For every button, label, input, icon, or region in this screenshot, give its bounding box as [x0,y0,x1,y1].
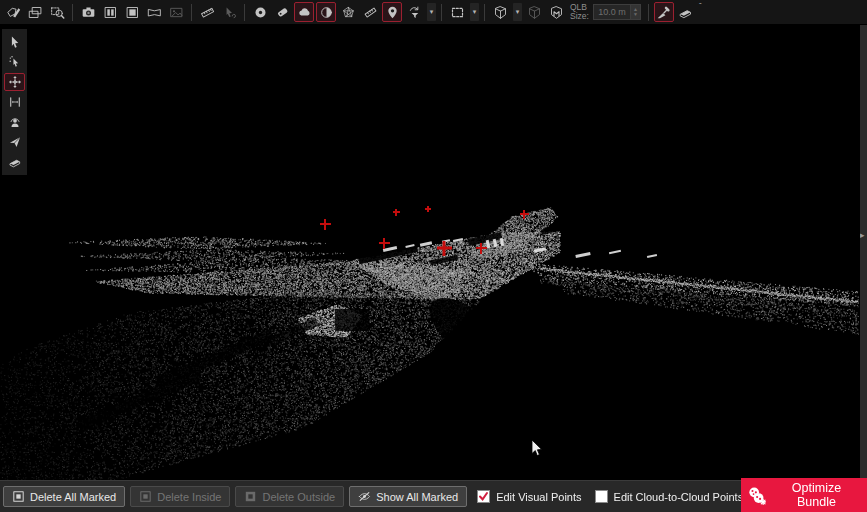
qlb-size-label: QLBSize: [570,3,589,22]
edit-cloud-to-cloud-label: Edit Cloud-to-Cloud Points [614,491,744,503]
eraser-3d-icon[interactable] [676,2,696,22]
bottom-toolbar: Delete All Marked Delete Inside Delete O… [0,480,867,512]
point-cloud-canvas[interactable] [0,24,867,480]
marquee-select-icon-dropdown[interactable]: ▾ [470,3,479,21]
disc-icon[interactable] [250,2,270,22]
toolbar-group [197,2,239,22]
bounding-box-icon-dropdown[interactable]: ▾ [513,3,522,21]
expand-panel-icon[interactable]: ▸ [860,230,865,240]
cursor-query-icon[interactable] [219,2,239,22]
optimize-bundle-label: Optimize Bundle [772,481,861,509]
delete-marked-icon [12,490,25,503]
delete-inside-label: Delete Inside [157,491,221,503]
optimize-bundle-button[interactable]: Optimize Bundle [741,478,867,512]
delete-all-marked-label: Delete All Marked [30,491,116,503]
box-m-icon[interactable] [546,2,566,22]
cascade-windows-icon[interactable] [25,2,45,22]
box-dim-icon[interactable] [524,2,544,22]
location-pin-icon[interactable] [382,2,402,22]
toolbar-group: ˇ [654,2,702,22]
tie-point-marker[interactable] [520,210,529,219]
edit-visual-points-label: Edit Visual Points [496,491,581,503]
point-cloud-viewport[interactable] [0,24,867,480]
checkbox-box[interactable] [477,490,490,503]
mouse-cursor [531,439,543,457]
panorama-icon[interactable] [144,2,164,22]
delete-outside-button[interactable]: Delete Outside [235,486,344,507]
tie-point-marker[interactable] [437,241,452,256]
eraser-3d-icon-caret[interactable]: ˇ [699,2,702,10]
wireframe-star-icon[interactable] [338,2,358,22]
measure-icon[interactable] [197,2,217,22]
zoom-region-icon[interactable] [47,2,67,22]
qlb-size-spinner[interactable]: ▲▼ [631,4,641,20]
select-cursor-icon[interactable] [4,33,25,51]
tag-icon[interactable] [272,2,292,22]
split-view-icon[interactable] [100,2,120,22]
rotate-filter-icon[interactable] [404,2,424,22]
toolbar-separator [191,4,192,21]
tie-point-marker[interactable] [379,238,390,249]
optimize-bundle-icon [747,486,766,505]
ruler-icon[interactable] [360,2,380,22]
qlb-size-value[interactable]: 10.0 m [593,4,631,20]
image-view-icon[interactable] [166,2,186,22]
qlb-size-field: QLBSize:10.0 m▲▼ [570,3,641,22]
toolbar-separator [648,4,649,21]
tie-point-marker[interactable] [320,219,331,230]
solid-view-icon[interactable] [122,2,142,22]
marquee-select-icon[interactable] [447,2,467,22]
center-view-icon[interactable] [4,93,25,111]
select-points-icon[interactable] [4,53,25,71]
toolbar-separator [441,4,442,21]
edit-cloud-to-cloud-checkbox[interactable]: Edit Cloud-to-Cloud Points [595,490,744,503]
top-toolbar: ▾▾▾QLBSize:10.0 m▲▼ˇ [0,0,867,25]
delete-inside-button[interactable]: Delete Inside [130,486,230,507]
toolbar-group: ▾QLBSize:10.0 m▲▼ [490,2,643,22]
bounding-box-icon[interactable] [490,2,510,22]
tie-point-marker[interactable] [393,209,400,216]
delete-all-marked-button[interactable]: Delete All Marked [3,486,125,507]
toolbar-group: ▾ [250,2,436,22]
person-view-icon[interactable] [4,113,25,131]
toolbar-separator [244,4,245,21]
pan-move-icon[interactable] [4,73,25,91]
show-all-marked-label: Show All Marked [376,491,458,503]
right-panel-handle[interactable]: ▸ [860,24,867,480]
eraser-tool-icon[interactable] [4,153,25,171]
toolbar-group [78,2,186,22]
eye-slash-icon [358,490,371,503]
application-window: ▾▾▾QLBSize:10.0 m▲▼ˇ ▸ Delete All Marked… [0,0,867,512]
show-all-marked-button[interactable]: Show All Marked [349,486,467,507]
toolbar-separator [72,4,73,21]
tool-sidebar [2,29,27,175]
point-cloud-icon[interactable] [294,2,314,22]
trowel-icon[interactable] [654,2,674,22]
camera-icon[interactable] [78,2,98,22]
edit-visual-points-checkbox[interactable]: Edit Visual Points [477,490,581,503]
delete-inside-icon [139,490,152,503]
tie-point-marker[interactable] [425,206,431,212]
rename-tag-icon[interactable] [3,2,23,22]
tie-point-marker[interactable] [476,243,487,254]
checkbox-box[interactable] [595,490,608,503]
rotate-filter-icon-dropdown[interactable]: ▾ [427,3,436,21]
sphere-render-icon[interactable] [316,2,336,22]
toolbar-group: ▾ [447,2,479,22]
toolbar-group [3,2,67,22]
fly-navigation-icon[interactable] [4,133,25,151]
toolbar-separator [484,4,485,21]
delete-outside-icon [244,490,257,503]
delete-outside-label: Delete Outside [262,491,335,503]
